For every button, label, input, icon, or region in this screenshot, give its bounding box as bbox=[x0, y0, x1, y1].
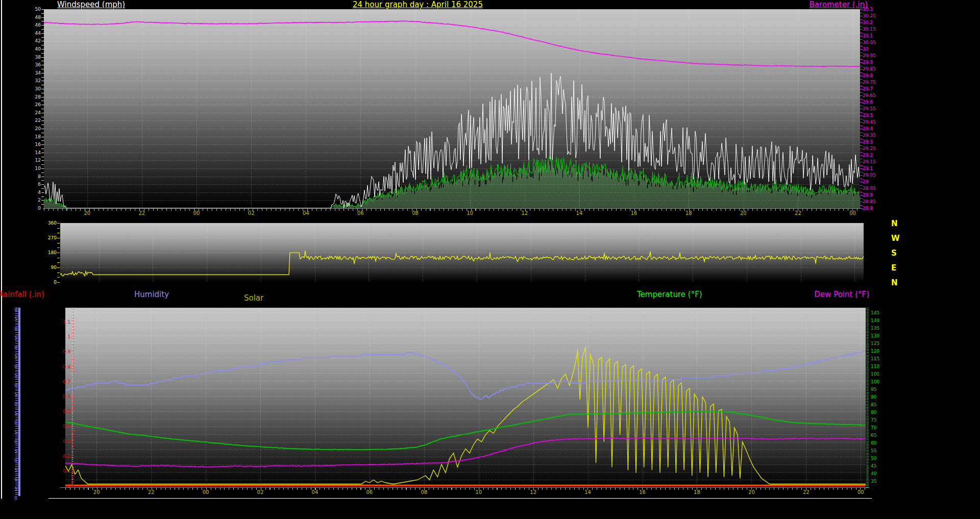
barometer-tick: 29.9 bbox=[863, 60, 873, 65]
windspeed-tick: 14 bbox=[29, 150, 41, 155]
temperature-tick: 40 bbox=[871, 471, 876, 476]
wind-dir-tick: 360 bbox=[41, 220, 57, 226]
barometer-tick: 29.85 bbox=[863, 66, 876, 71]
barometer-tick: 29.45 bbox=[863, 119, 876, 125]
bottom-hour-tick: 18 bbox=[690, 489, 703, 495]
windspeed-tick: 50 bbox=[29, 7, 41, 12]
windspeed-tick: 46 bbox=[29, 22, 41, 28]
wind-dir-tick: 180 bbox=[41, 250, 57, 255]
bottom-hour-tick: 14 bbox=[581, 489, 595, 495]
top-hour-tick: 10 bbox=[463, 210, 477, 216]
humidity-axis-title: Humidity bbox=[134, 290, 169, 299]
dew-point-axis-title: Dew Point (°F) bbox=[814, 290, 869, 299]
barometer-tick: 30.2 bbox=[863, 20, 873, 25]
humidity-tick: 0 bbox=[10, 307, 17, 312]
humidity-tick: 5 bbox=[10, 449, 17, 454]
barometer-tick: 29.3 bbox=[863, 139, 873, 144]
bottom-hour-tick: 00 bbox=[854, 489, 867, 495]
windspeed-tick: 6 bbox=[29, 182, 41, 187]
barometer-tick: 29.4 bbox=[863, 126, 873, 131]
barometer-tick: 29.25 bbox=[863, 146, 876, 151]
windspeed-barometer-chart bbox=[44, 9, 860, 208]
compass-letter: N bbox=[891, 219, 898, 228]
temperature-tick: 125 bbox=[871, 341, 879, 346]
rainfall-tick: 0.2 bbox=[55, 454, 70, 459]
humidity-tick: 5 bbox=[10, 467, 17, 473]
temperature-tick: 70 bbox=[871, 425, 876, 430]
temperature-tick: 75 bbox=[871, 417, 876, 423]
temperature-axis-ticks bbox=[866, 308, 869, 487]
humidity-tick: 0 bbox=[10, 383, 17, 388]
windspeed-axis-title: Windspeed (mph) bbox=[57, 0, 125, 9]
windspeed-tick: 42 bbox=[29, 38, 41, 43]
humidity-temp-chart bbox=[65, 308, 866, 487]
compass-letter: W bbox=[891, 234, 900, 243]
humidity-tick: 5 bbox=[10, 392, 17, 397]
wind-direction-chart bbox=[60, 223, 864, 282]
temperature-tick: 85 bbox=[871, 402, 876, 407]
wind-dir-tick: 270 bbox=[41, 235, 57, 240]
barometer-tick: 29.95 bbox=[863, 53, 876, 58]
temperature-tick: 35 bbox=[871, 479, 876, 484]
left-border-line bbox=[1, 0, 2, 499]
barometer-tick: 29.55 bbox=[863, 106, 876, 111]
bottom-hour-tick: 20 bbox=[745, 489, 758, 495]
bottom-hour-tick: 16 bbox=[636, 489, 649, 495]
windspeed-tick: 12 bbox=[29, 158, 41, 163]
top-hour-tick: 16 bbox=[627, 210, 641, 216]
windspeed-axis-ticks bbox=[41, 9, 44, 208]
windspeed-tick: 10 bbox=[29, 166, 41, 171]
temperature-tick: 110 bbox=[871, 364, 879, 369]
temperature-tick: 80 bbox=[871, 410, 876, 415]
humidity-tick: 0 bbox=[10, 477, 17, 482]
temperature-tick: 100 bbox=[871, 379, 879, 384]
top-hour-tick: 22 bbox=[791, 210, 804, 216]
humidity-tick: 5 bbox=[10, 354, 17, 359]
barometer-tick: 29.1 bbox=[863, 166, 873, 171]
temperature-tick: 105 bbox=[871, 372, 879, 377]
compass-letter: E bbox=[891, 263, 896, 273]
top-hour-tick: 00 bbox=[846, 210, 860, 216]
temperature-tick: 60 bbox=[871, 440, 876, 446]
windspeed-tick: 18 bbox=[29, 134, 41, 139]
humidity-tick: 0 bbox=[10, 326, 17, 331]
humidity-axis-bar bbox=[18, 308, 20, 496]
temperature-tick: 145 bbox=[871, 310, 879, 315]
top-hour-tick: 22 bbox=[135, 210, 149, 216]
top-hour-tick: 18 bbox=[682, 210, 695, 216]
bottom-hour-tick: 12 bbox=[527, 489, 540, 495]
windspeed-tick: 20 bbox=[29, 126, 41, 131]
humidity-tick: 0 bbox=[10, 420, 17, 425]
compass-letter: S bbox=[891, 249, 897, 258]
temperature-axis-title: Temperature (°F) bbox=[637, 290, 702, 299]
humidity-temp-canvas bbox=[65, 308, 866, 487]
humidity-tick: 5 bbox=[10, 335, 17, 340]
barometer-tick: 30 bbox=[863, 46, 868, 52]
barometer-tick: 28.95 bbox=[863, 186, 876, 191]
humidity-tick: 5 bbox=[10, 411, 17, 416]
windspeed-tick: 0 bbox=[29, 206, 41, 211]
barometer-tick: 29.5 bbox=[863, 113, 873, 118]
windspeed-tick: 28 bbox=[29, 94, 41, 100]
barometer-tick: 30.1 bbox=[863, 33, 873, 38]
temperature-tick: 130 bbox=[871, 333, 879, 338]
humidity-tick: 0 bbox=[10, 458, 17, 463]
rainfall-tick: 1 bbox=[55, 334, 70, 339]
bottom-hour-tick: 04 bbox=[308, 489, 322, 495]
barometer-tick: 29.35 bbox=[863, 133, 876, 138]
top-hour-tick: 20 bbox=[81, 210, 94, 216]
compass-letter: N bbox=[891, 278, 898, 287]
barometer-tick: 29.7 bbox=[863, 86, 873, 91]
barometer-tick: 29.05 bbox=[863, 172, 876, 178]
barometer-tick: 29 bbox=[863, 179, 868, 184]
top-hour-tick: 14 bbox=[573, 210, 586, 216]
temperature-tick: 135 bbox=[871, 326, 879, 331]
windspeed-tick: 38 bbox=[29, 55, 41, 60]
wind-dir-tick: 0 bbox=[41, 280, 57, 285]
humidity-tick: 5 bbox=[10, 430, 17, 435]
humidity-tick: 0 bbox=[10, 439, 17, 444]
wind-direction-canvas bbox=[60, 223, 864, 282]
windspeed-barometer-canvas bbox=[44, 9, 860, 208]
humidity-tick: 0 bbox=[10, 402, 17, 407]
temperature-tick: 55 bbox=[871, 448, 876, 453]
